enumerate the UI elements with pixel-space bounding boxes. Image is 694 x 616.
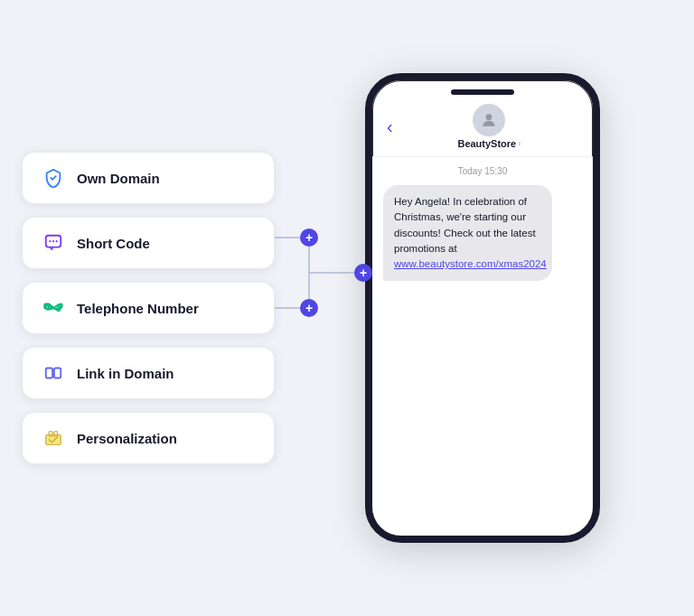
svg-text:+: + [305, 301, 313, 315]
svg-rect-14 [46, 369, 52, 378]
link-in-domain-label: Link in Domain [77, 366, 174, 381]
message-text: Hey Angela! In celebration of Christmas,… [394, 196, 536, 254]
menu-item-short-code[interactable]: Short Code [22, 217, 275, 269]
svg-rect-15 [54, 369, 61, 378]
contact-info: BeautyStore › [400, 104, 578, 149]
phone-frame: ‹ BeautyStore › Today 15:30 [365, 73, 600, 543]
scene: + + + Own Domain [22, 46, 672, 570]
menu-item-own-domain[interactable]: Own Domain [22, 152, 275, 204]
menu-item-link-in-domain[interactable]: Link in Domain [22, 347, 275, 399]
short-code-label: Short Code [77, 236, 150, 251]
checkmark-icon [41, 425, 66, 451]
menu-item-telephone-number[interactable]: Telephone Number [22, 282, 275, 334]
connector-svg: + + + [264, 46, 336, 570]
menu-panel: Own Domain Short Code [22, 152, 275, 464]
menu-item-personalization[interactable]: Personalization [22, 412, 275, 464]
svg-point-13 [56, 240, 58, 242]
svg-point-12 [52, 240, 54, 242]
chevron-right-icon: › [518, 139, 520, 148]
phone-notch [451, 89, 514, 95]
svg-point-11 [49, 240, 51, 242]
svg-text:+: + [305, 230, 313, 245]
svg-point-22 [486, 114, 492, 120]
message-link[interactable]: www.beautystore.com/xmas2024 [394, 258, 547, 269]
sms-header: ‹ BeautyStore › [372, 98, 593, 157]
own-domain-label: Own Domain [77, 171, 160, 186]
sms-body: Today 15:30 Hey Angela! In celebration o… [372, 157, 593, 536]
personalization-label: Personalization [77, 431, 177, 446]
back-button[interactable]: ‹ [387, 117, 393, 137]
svg-point-6 [300, 299, 318, 317]
telephone-number-label: Telephone Number [77, 301, 199, 316]
shield-icon [41, 165, 66, 191]
infinity-icon [41, 295, 66, 321]
message-timestamp: Today 15:30 [383, 166, 582, 176]
avatar [473, 104, 505, 136]
svg-point-4 [300, 229, 318, 247]
chat-icon [41, 230, 66, 256]
message-bubble: Hey Angela! In celebration of Christmas,… [383, 185, 552, 281]
contact-name: BeautyStore [457, 138, 516, 149]
link-icon [41, 360, 66, 386]
phone-wrapper: ‹ BeautyStore › Today 15:30 [365, 73, 600, 543]
